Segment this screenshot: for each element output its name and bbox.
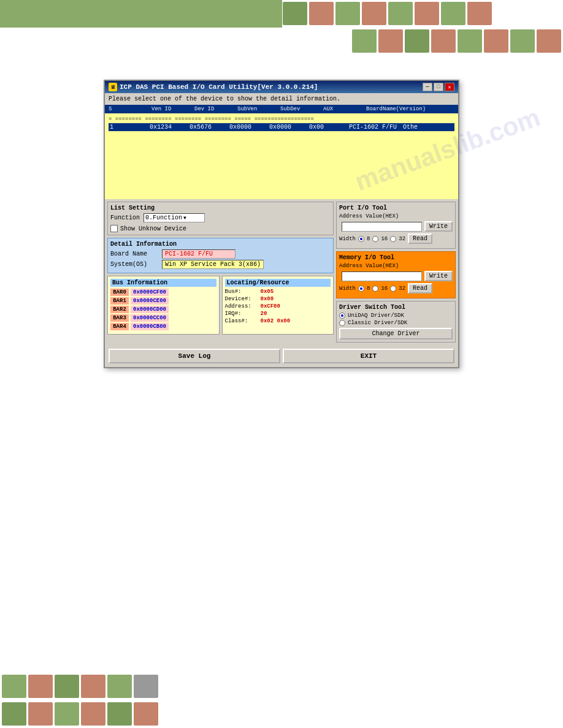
col-subdev: SubDev [280,106,317,112]
change-driver-button[interactable]: Change Driver [339,328,453,339]
bottom-tile2-2 [55,702,79,726]
memory-width-8-label: 8 [367,286,370,292]
top-tile-2 [335,2,360,25]
board-name-row: Board Name PCI-1602 F/FU [110,249,331,259]
port-width-16-radio[interactable] [372,236,378,242]
list-item: IRQ#: 20 [225,311,331,317]
driver-switch-tool: Driver Switch Tool UniDAQ Driver/SDK Cla… [336,301,456,343]
bus-info-title: Bus Information [110,279,216,287]
save-log-button[interactable]: Save Log [109,349,280,363]
show-unknow-label: Show Unknow Device [120,226,186,232]
bar-label-1: BAR1 [110,297,129,305]
function-select[interactable]: 0.Function ▼ [144,213,205,222]
unidaq-option-row: UniDAQ Driver/SDK [339,313,453,319]
unidaq-label: UniDAQ Driver/SDK [348,313,404,319]
top-tile-5 [415,2,439,25]
function-value: 0.Function [145,214,182,221]
title-bar: 🖥 ICP DAS PCI Based I/O Card Utility[Ver… [105,81,458,93]
system-label: System(OS) [110,261,159,268]
memory-read-button[interactable]: Read [408,283,432,294]
cell-devid: 0x5676 [190,124,223,131]
port-width-8-radio[interactable] [358,236,364,242]
cell-s: 1 [110,124,144,131]
memory-width-row: Width 8 16 32 Read [339,283,453,294]
memory-width-16-label: 16 [381,286,388,292]
cell-board: PCI-1602 F/FU [349,124,397,131]
classic-radio[interactable] [339,320,345,326]
resource-value-3: 20 [261,311,267,317]
list-item: BAR2 0x0000CD00 [110,306,216,313]
bottom-tile2-4 [107,702,132,726]
top-tile-3 [362,2,386,25]
bar-label-4: BAR4 [110,323,129,330]
memory-address-row: Address Value(HEX) [339,263,453,269]
detail-info-title: Detail Information [110,241,331,248]
port-width-row: Width 8 16 32 Read [339,233,453,244]
memory-input-row: Write [339,271,453,281]
resource-label-0: Bus#: [225,289,259,295]
maximize-button[interactable]: □ [434,83,443,91]
minimize-button[interactable]: — [423,83,432,91]
port-write-button[interactable]: Write [424,221,453,232]
top-tile-1 [309,2,334,25]
memory-address-input[interactable] [342,271,422,281]
board-name-label: Board Name [110,251,159,257]
unidaq-radio[interactable] [339,313,345,319]
bottom-tile2-3 [81,702,105,726]
top-tile-6 [441,2,465,25]
bus-resource-row: Bus Information BAR0 0x0000CF00 BAR1 0x0… [107,276,334,335]
resource-value-0: 0x05 [261,289,274,295]
classic-label: Classic Driver/SDK [348,320,407,326]
instruction-text: Please select one of the device to show … [105,93,458,105]
port-width-8-label: 8 [367,236,370,242]
title-bar-left: 🖥 ICP DAS PCI Based I/O Card Utility[Ver… [109,83,318,91]
close-button[interactable]: ✕ [445,83,454,91]
list-item: BAR0 0x0000CF00 [110,289,216,296]
list-item: BAR3 0x0000CC00 [110,314,216,322]
table-row[interactable]: 1 0x1234 0x5676 0x0000 0x0000 0x00 PCI-1… [109,123,454,131]
port-read-button[interactable]: Read [408,233,432,244]
classic-option-row: Classic Driver/SDK [339,320,453,326]
top-tile2-4 [458,29,482,53]
cell-aux: 0x00 [309,124,343,131]
app-window: 🖥 ICP DAS PCI Based I/O Card Utility[Ver… [104,80,459,368]
list-item: Device#: 0x00 [225,296,331,302]
port-address-row: Address Value(HEX) [339,213,453,219]
memory-width-16-radio[interactable] [372,286,378,292]
resource-value-4: 0x02 0x00 [261,318,291,324]
memory-width-8-radio[interactable] [358,286,364,292]
cell-subven: 0x0000 [229,124,263,131]
show-unknow-checkbox[interactable] [110,225,118,232]
memory-width-32-radio[interactable] [390,286,396,292]
port-input-row: Write [339,221,453,232]
tile-area-bottom [0,28,563,55]
memory-io-tool: Memory I/O Tool Address Value(HEX) Write… [336,251,456,298]
port-width-32-radio[interactable] [390,236,396,242]
memory-write-button[interactable]: Write [424,271,453,281]
device-list-area: = ======== ======== ======== ======== ==… [105,113,458,199]
title-bar-buttons: — □ ✕ [423,83,454,91]
board-name-value: PCI-1602 F/FU [162,249,236,259]
list-item: Address: 0xCF00 [225,303,331,309]
exit-button[interactable]: EXIT [283,349,454,363]
port-address-input[interactable] [342,222,422,232]
function-row: Function 0.Function ▼ [110,213,331,222]
top-tile2-0 [352,29,377,53]
bar-value-3: 0x0000CC00 [131,314,169,322]
device-list-header: S Ven ID Dev ID SubVen SubDev AUX BoardN… [105,105,458,113]
port-width-16-label: 16 [381,236,388,242]
show-unknow-row: Show Unknow Device [110,225,331,232]
bar-value-1: 0x0000CE00 [131,297,169,305]
bar-value-0: 0x0000CF00 [131,289,169,296]
system-row: System(OS) Win XP Service Pack 3(x86) [110,260,331,269]
top-tile-0 [283,2,307,25]
right-panel: Port I/O Tool Address Value(HEX) Write W… [336,202,456,343]
bottom-tile2-0 [2,702,26,726]
main-body: List Setting Function 0.Function ▼ Show … [105,199,458,345]
list-item: Class#: 0x02 0x00 [225,318,331,324]
resource-rows: Bus#: 0x05 Device#: 0x00 Address: 0xCF00… [225,289,331,324]
bottom-tiles [0,673,563,728]
resource-label-2: Address: [225,303,259,309]
bottom-tile1-2 [55,675,79,698]
top-tile2-3 [431,29,456,53]
